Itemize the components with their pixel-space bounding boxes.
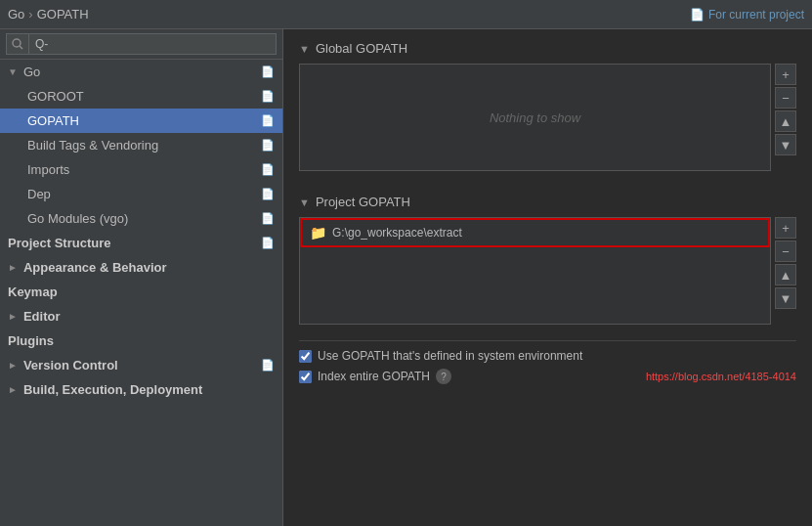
sidebar-item-appearance[interactable]: ► Appearance & Behavior	[0, 255, 282, 280]
global-gopath-listbox-container: Nothing to show	[299, 64, 771, 179]
help-icon[interactable]: ?	[436, 369, 451, 384]
project-gopath-title: Project GOPATH	[316, 195, 410, 209]
search-input[interactable]	[28, 33, 277, 55]
sidebar-item-dep-label: Dep	[27, 187, 257, 201]
sidebar-item-gopath-label: GOPATH	[27, 113, 257, 128]
project-path-item[interactable]: 📁 G:\go_workspace\extract	[300, 218, 770, 247]
sidebar-item-version-control[interactable]: ► Version Control 📄	[0, 353, 282, 377]
global-down-button[interactable]: ▼	[775, 134, 796, 155]
project-gopath-arrow: ▼	[299, 197, 310, 208]
checkbox-row-1: Use GOPATH that's defined in system envi…	[299, 349, 796, 363]
gopath-page-icon: 📄	[261, 114, 275, 127]
watermark: https://blog.csdn.net/4185-4014	[646, 371, 796, 382]
sidebar-item-keymap-label: Keymap	[8, 285, 275, 299]
sidebar-item-build-exec[interactable]: ► Build, Execution, Deployment	[0, 377, 282, 402]
dep-page-icon: 📄	[261, 188, 275, 200]
imports-page-icon: 📄	[261, 163, 275, 176]
project-gopath-buttons: + − ▲ ▼	[775, 217, 796, 325]
sidebar-item-goroot[interactable]: GOROOT 📄	[0, 84, 282, 109]
version-control-arrow: ►	[8, 360, 18, 371]
go-arrow: ▼	[8, 66, 18, 77]
svg-point-0	[13, 39, 21, 47]
sidebar: ▼ Go 📄 GOROOT 📄 GOPATH 📄 Build Tags & Ve…	[0, 29, 283, 526]
use-gopath-checkbox[interactable]	[299, 350, 312, 363]
editor-arrow: ►	[8, 311, 18, 322]
svg-line-1	[20, 46, 22, 49]
sidebar-item-keymap[interactable]: Keymap	[0, 280, 282, 304]
sidebar-item-appearance-label: Appearance & Behavior	[23, 260, 275, 275]
use-gopath-label: Use GOPATH that's defined in system envi…	[318, 349, 582, 363]
sidebar-item-dep[interactable]: Dep 📄	[0, 182, 282, 206]
global-gopath-title: Global GOPATH	[316, 41, 407, 56]
buildtags-page-icon: 📄	[261, 139, 275, 152]
project-gopath-listbox: 📁 G:\go_workspace\extract	[299, 217, 771, 325]
search-icon	[6, 33, 28, 55]
breadcrumb-separator: ›	[28, 7, 32, 22]
global-up-button[interactable]: ▲	[775, 110, 796, 132]
top-bar: Go › GOPATH 📄 For current project	[0, 0, 812, 29]
version-control-page-icon: 📄	[261, 359, 275, 372]
sidebar-item-editor-label: Editor	[23, 309, 275, 324]
global-gopath-placeholder: Nothing to show	[490, 110, 580, 125]
project-remove-button[interactable]: −	[775, 241, 796, 262]
gomodules-page-icon: 📄	[261, 212, 275, 225]
breadcrumb-root: Go	[8, 7, 24, 22]
project-gopath-header: ▼ Project GOPATH	[299, 195, 796, 209]
global-gopath-buttons: + − ▲ ▼	[775, 64, 796, 179]
global-gopath-area: Nothing to show + − ▲ ▼	[299, 64, 796, 179]
global-gopath-inner: Nothing to show + − ▲ ▼	[299, 64, 796, 179]
project-gopath-listbox-container: 📁 G:\go_workspace\extract	[299, 217, 771, 325]
sidebar-item-gomodules-label: Go Modules (vgo)	[27, 211, 257, 226]
project-path-label: G:\go_workspace\extract	[332, 226, 462, 240]
sidebar-item-imports-label: Imports	[27, 162, 257, 177]
project-gopath-area: 📁 G:\go_workspace\extract + − ▲ ▼	[299, 217, 796, 325]
project-gopath-inner: 📁 G:\go_workspace\extract + − ▲ ▼	[299, 217, 796, 325]
go-page-icon: 📄	[261, 66, 275, 78]
global-gopath-arrow: ▼	[299, 43, 310, 55]
page-icon: 📄	[690, 8, 705, 22]
sidebar-item-goroot-label: GOROOT	[27, 89, 257, 104]
for-current-project: 📄 For current project	[690, 8, 804, 22]
sidebar-item-project-structure-label: Project Structure	[8, 236, 257, 250]
index-gopath-label: Index entire GOPATH	[318, 370, 430, 383]
sidebar-item-gomodules[interactable]: Go Modules (vgo) 📄	[0, 206, 282, 231]
sidebar-item-build-exec-label: Build, Execution, Deployment	[23, 382, 275, 397]
breadcrumb-current: GOPATH	[37, 7, 89, 22]
bottom-options: Use GOPATH that's defined in system envi…	[299, 340, 796, 384]
global-add-button[interactable]: +	[775, 64, 796, 85]
breadcrumb: Go › GOPATH	[8, 7, 89, 22]
project-up-button[interactable]: ▲	[775, 264, 796, 285]
global-gopath-listbox: Nothing to show	[299, 64, 771, 171]
build-exec-arrow: ►	[8, 384, 18, 395]
global-remove-button[interactable]: −	[775, 87, 796, 109]
project-down-button[interactable]: ▼	[775, 287, 796, 309]
goroot-page-icon: 📄	[261, 90, 275, 103]
sidebar-item-plugins[interactable]: Plugins	[0, 329, 282, 353]
main-layout: ▼ Go 📄 GOROOT 📄 GOPATH 📄 Build Tags & Ve…	[0, 29, 812, 526]
project-add-button[interactable]: +	[775, 217, 796, 239]
content-area: ▼ Global GOPATH Nothing to show + − ▲ ▼	[283, 29, 812, 526]
sidebar-item-buildtags[interactable]: Build Tags & Vendoring 📄	[0, 133, 282, 157]
index-gopath-checkbox[interactable]	[299, 371, 312, 383]
project-structure-page-icon: 📄	[261, 237, 275, 249]
sidebar-item-plugins-label: Plugins	[8, 333, 275, 348]
sidebar-item-editor[interactable]: ► Editor	[0, 304, 282, 329]
search-bar	[0, 29, 282, 60]
checkbox-row-2: Index entire GOPATH ? https://blog.csdn.…	[299, 369, 796, 384]
sidebar-item-go-label: Go	[23, 65, 257, 79]
sidebar-item-gopath[interactable]: GOPATH 📄	[0, 109, 282, 133]
sidebar-item-imports[interactable]: Imports 📄	[0, 157, 282, 182]
appearance-arrow: ►	[8, 262, 18, 273]
global-gopath-header: ▼ Global GOPATH	[299, 41, 796, 56]
sidebar-item-buildtags-label: Build Tags & Vendoring	[27, 138, 257, 153]
folder-icon: 📁	[310, 225, 326, 241]
sidebar-item-version-control-label: Version Control	[23, 358, 257, 373]
sidebar-item-project-structure[interactable]: Project Structure 📄	[0, 231, 282, 255]
sidebar-item-go[interactable]: ▼ Go 📄	[0, 60, 282, 84]
